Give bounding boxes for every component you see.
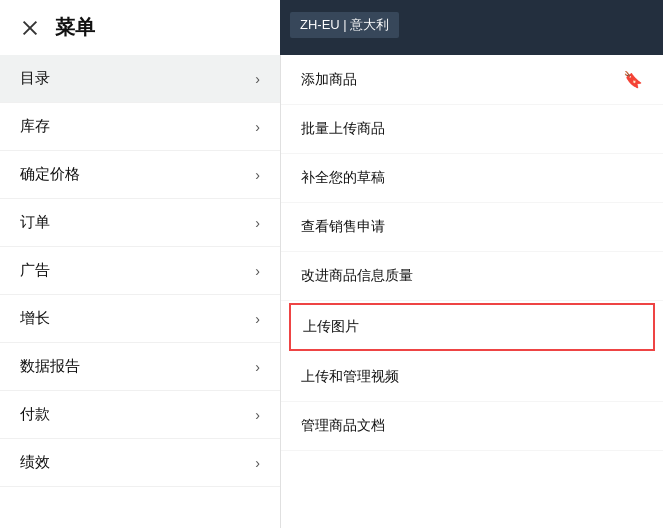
sidebar-item-label: 绩效 <box>20 453 50 472</box>
close-icon[interactable] <box>20 18 40 38</box>
sidebar-item-label: 目录 <box>20 69 50 88</box>
chevron-right-icon: › <box>255 407 260 423</box>
sidebar-item-orders[interactable]: 订单 › <box>0 199 280 247</box>
sidebar-item-label: 广告 <box>20 261 50 280</box>
chevron-right-icon: › <box>255 263 260 279</box>
chevron-right-icon: › <box>255 71 260 87</box>
submenu-list: 添加商品 🔖 批量上传商品 补全您的草稿 查看销售申请 改进商品信息质量 上传图… <box>281 55 663 451</box>
submenu-item-label: 添加商品 <box>301 71 357 89</box>
locale-badge[interactable]: ZH-EU | 意大利 <box>290 12 399 38</box>
submenu-item-label: 补全您的草稿 <box>301 169 385 187</box>
chevron-right-icon: › <box>255 167 260 183</box>
chevron-right-icon: › <box>255 311 260 327</box>
submenu-item-label: 上传和管理视频 <box>301 368 399 386</box>
submenu-item-label: 上传图片 <box>303 318 359 336</box>
submenu-item-quality[interactable]: 改进商品信息质量 <box>281 252 663 301</box>
sidebar-item-payment[interactable]: 付款 › <box>0 391 280 439</box>
sidebar: 菜单 目录 › 库存 › 确定价格 › 订单 › 广告 › 增长 › 数据报告 … <box>0 0 280 528</box>
sidebar-item-performance[interactable]: 绩效 › <box>0 439 280 487</box>
sidebar-header: 菜单 <box>0 0 280 55</box>
sidebar-item-catalog[interactable]: 目录 › <box>0 55 280 103</box>
chevron-right-icon: › <box>255 215 260 231</box>
bookmark-icon: 🔖 <box>623 70 643 89</box>
sidebar-item-pricing[interactable]: 确定价格 › <box>0 151 280 199</box>
sidebar-item-inventory[interactable]: 库存 › <box>0 103 280 151</box>
sidebar-title: 菜单 <box>55 14 95 41</box>
sidebar-item-label: 订单 <box>20 213 50 232</box>
submenu-item-manage-docs[interactable]: 管理商品文档 <box>281 402 663 451</box>
chevron-right-icon: › <box>255 455 260 471</box>
submenu-item-upload-video[interactable]: 上传和管理视频 <box>281 353 663 402</box>
submenu-item-bulk-upload[interactable]: 批量上传商品 <box>281 105 663 154</box>
sidebar-item-growth[interactable]: 增长 › <box>0 295 280 343</box>
sidebar-item-reports[interactable]: 数据报告 › <box>0 343 280 391</box>
submenu-item-add-product[interactable]: 添加商品 🔖 <box>281 55 663 105</box>
submenu-item-label: 批量上传商品 <box>301 120 385 138</box>
submenu-panel: 添加商品 🔖 批量上传商品 补全您的草稿 查看销售申请 改进商品信息质量 上传图… <box>280 55 663 528</box>
sidebar-item-label: 付款 <box>20 405 50 424</box>
chevron-right-icon: › <box>255 359 260 375</box>
sidebar-item-label: 库存 <box>20 117 50 136</box>
submenu-item-label: 查看销售申请 <box>301 218 385 236</box>
sidebar-item-label: 确定价格 <box>20 165 80 184</box>
sidebar-item-label: 增长 <box>20 309 50 328</box>
submenu-item-sales-request[interactable]: 查看销售申请 <box>281 203 663 252</box>
submenu-item-label: 改进商品信息质量 <box>301 267 413 285</box>
sidebar-nav: 目录 › 库存 › 确定价格 › 订单 › 广告 › 增长 › 数据报告 › 付… <box>0 55 280 487</box>
submenu-item-upload-images[interactable]: 上传图片 <box>289 303 655 351</box>
submenu-item-drafts[interactable]: 补全您的草稿 <box>281 154 663 203</box>
chevron-right-icon: › <box>255 119 260 135</box>
sidebar-item-label: 数据报告 <box>20 357 80 376</box>
sidebar-item-ads[interactable]: 广告 › <box>0 247 280 295</box>
submenu-item-label: 管理商品文档 <box>301 417 385 435</box>
